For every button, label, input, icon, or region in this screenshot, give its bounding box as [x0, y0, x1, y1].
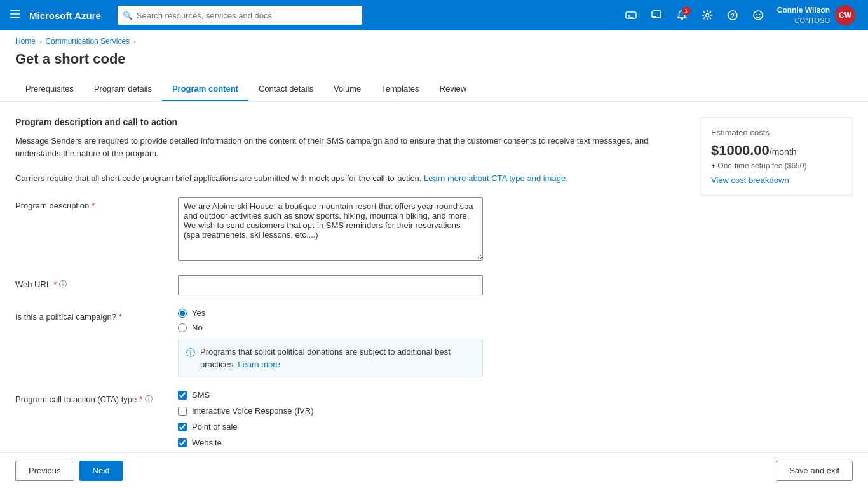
web-url-control: http://www.alpineskihouse.com/reminders/: [178, 275, 685, 295]
svg-rect-1: [10, 13, 20, 15]
political-learn-more-link[interactable]: Learn more: [238, 360, 280, 369]
political-info-text: Programs that solicit political donation…: [200, 346, 475, 370]
breadcrumb-home[interactable]: Home: [15, 37, 36, 46]
breadcrumb-sep-2: ›: [133, 38, 135, 45]
cta-ivr-option[interactable]: Interactive Voice Response (IVR): [178, 406, 685, 416]
required-marker-desc: *: [92, 201, 95, 210]
svg-point-11: [759, 14, 760, 15]
user-name: Connie Wilson: [777, 6, 830, 16]
form-area: Program description and call to action M…: [15, 117, 685, 488]
cta-ivr-checkbox[interactable]: [178, 407, 187, 416]
political-info-icon: ⓘ: [186, 346, 195, 360]
web-url-input[interactable]: http://www.alpineskihouse.com/reminders/: [178, 275, 483, 295]
costs-amount: $1000.00: [711, 142, 770, 158]
settings-icon[interactable]: [696, 4, 719, 27]
search-icon: 🔍: [123, 11, 133, 20]
page-title: Get a short code: [0, 48, 868, 78]
tab-prerequisites[interactable]: Prerequisites: [15, 78, 84, 101]
tab-program-content[interactable]: Program content: [162, 78, 248, 101]
notification-count: 1: [682, 6, 691, 15]
desc-line2: Carriers require that all short code pro…: [15, 173, 421, 183]
cta-sms-checkbox[interactable]: [178, 391, 187, 400]
cta-ivr-label: Interactive Voice Response (IVR): [192, 406, 313, 416]
required-marker-url: *: [53, 280, 57, 289]
political-yes-label: Yes: [192, 308, 205, 318]
tab-review[interactable]: Review: [430, 78, 477, 101]
costs-amount-row: $1000.00/month: [711, 142, 842, 159]
cta-website-option[interactable]: Website: [178, 438, 685, 447]
cta-website-checkbox[interactable]: [178, 438, 187, 447]
help-icon[interactable]: ?: [721, 4, 744, 27]
tab-program-details[interactable]: Program details: [84, 78, 162, 101]
cloud-shell-icon[interactable]: [620, 4, 642, 27]
required-marker-cta: *: [139, 395, 142, 404]
breadcrumb-sep-1: ›: [39, 38, 41, 45]
program-description-control: We are Alpine ski House, a boutique moun…: [178, 197, 685, 262]
save-exit-button[interactable]: Save and exit: [776, 461, 853, 481]
political-no-option[interactable]: No: [178, 323, 685, 332]
description-text: Message Senders are required to provide …: [15, 135, 685, 184]
political-info-box: ⓘ Programs that solicit political donati…: [178, 339, 483, 377]
main-content: Program description and call to action M…: [0, 102, 868, 488]
search-bar[interactable]: 🔍: [118, 6, 362, 25]
next-button[interactable]: Next: [79, 461, 123, 481]
web-url-info-icon[interactable]: ⓘ: [59, 279, 67, 290]
svg-point-6: [705, 14, 709, 17]
cta-pos-option[interactable]: Point of sale: [178, 422, 685, 431]
program-description-label: Program description *: [15, 197, 168, 210]
cta-pos-label: Point of sale: [192, 422, 238, 431]
tab-templates[interactable]: Templates: [371, 78, 429, 101]
topbar: Microsoft Azure 🔍 1: [0, 0, 868, 30]
svg-text:?: ?: [731, 13, 735, 20]
brand-name: Microsoft Azure: [29, 10, 101, 21]
cta-learn-more-link[interactable]: Learn more about CTA type and image.: [424, 173, 568, 183]
topbar-icons: 1 ? Connie Wilson CONTOS: [620, 4, 860, 27]
svg-rect-0: [10, 10, 20, 11]
user-org: CONTOSO: [777, 16, 830, 25]
political-campaign-control: Yes No ⓘ Programs that solicit political…: [178, 308, 685, 377]
cta-sms-option[interactable]: SMS: [178, 390, 685, 400]
cta-checkbox-group: SMS Interactive Voice Response (IVR) Poi…: [178, 390, 685, 447]
political-radio-group: Yes No: [178, 308, 685, 332]
tab-contact-details[interactable]: Contact details: [248, 78, 323, 101]
political-campaign-row: Is this a political campaign? * Yes No ⓘ: [15, 308, 685, 377]
section-heading: Program description and call to action: [15, 117, 685, 127]
costs-panel: Estimated costs $1000.00/month + One-tim…: [700, 117, 853, 196]
user-profile[interactable]: Connie Wilson CONTOSO CW: [772, 5, 860, 25]
costs-panel-title: Estimated costs: [711, 128, 842, 137]
cta-website-label: Website: [192, 438, 222, 447]
web-url-label: Web URL * ⓘ: [15, 275, 168, 290]
cta-sms-label: SMS: [192, 390, 210, 400]
political-no-radio[interactable]: [178, 323, 187, 332]
footer-bar: Previous Next Save and exit: [0, 452, 868, 488]
political-yes-option[interactable]: Yes: [178, 308, 685, 318]
cta-type-label: Program call to action (CTA) type * ⓘ: [15, 390, 168, 405]
breadcrumb: Home › Communication Services ›: [0, 30, 868, 48]
political-yes-radio[interactable]: [178, 309, 187, 318]
avatar: CW: [835, 5, 855, 25]
costs-setup-fee: + One-time setup fee ($650): [711, 161, 842, 170]
program-description-row: Program description * We are Alpine ski …: [15, 197, 685, 262]
costs-period: /month: [770, 147, 797, 157]
political-no-label: No: [192, 323, 203, 332]
tab-bar: Prerequisites Program details Program co…: [0, 78, 868, 102]
desc-line1: Message Senders are required to provide …: [15, 136, 649, 158]
required-marker-political: *: [119, 312, 122, 322]
hamburger-menu[interactable]: [8, 6, 23, 24]
cta-type-info-icon[interactable]: ⓘ: [145, 394, 153, 405]
svg-point-10: [756, 14, 757, 15]
breadcrumb-service[interactable]: Communication Services: [45, 37, 130, 46]
search-input[interactable]: [137, 11, 357, 20]
svg-point-9: [754, 11, 763, 20]
svg-rect-2: [10, 17, 20, 18]
program-description-input[interactable]: We are Alpine ski House, a boutique moun…: [178, 197, 483, 261]
web-url-row: Web URL * ⓘ http://www.alpineskihouse.co…: [15, 275, 685, 295]
previous-button[interactable]: Previous: [15, 461, 74, 481]
political-campaign-label: Is this a political campaign? *: [15, 308, 168, 322]
cta-pos-checkbox[interactable]: [178, 423, 187, 431]
notifications-icon[interactable]: 1: [670, 4, 693, 27]
tab-volume[interactable]: Volume: [323, 78, 371, 101]
feedback-icon[interactable]: [645, 4, 668, 27]
smiley-icon[interactable]: [747, 4, 770, 27]
costs-breakdown-link[interactable]: View cost breakdown: [711, 175, 789, 185]
